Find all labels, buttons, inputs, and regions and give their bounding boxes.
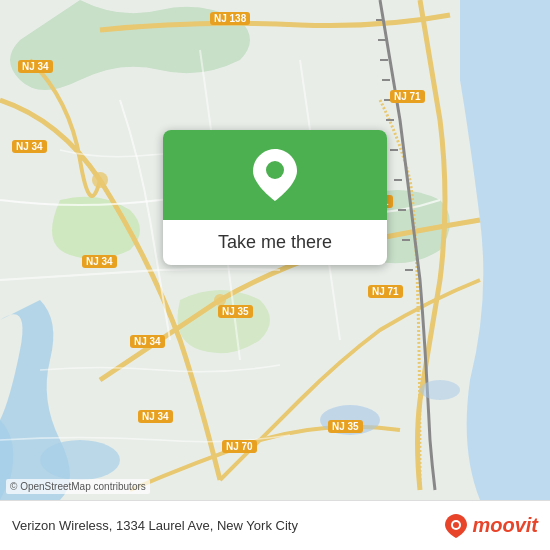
svg-point-16 [40, 440, 120, 480]
road-label-nj34-5: NJ 34 [138, 410, 173, 423]
moovit-pin-icon [444, 514, 468, 538]
road-label-nj138: NJ 138 [210, 12, 250, 25]
osm-attribution: © OpenStreetMap contributors [6, 479, 150, 494]
take-me-there-popup[interactable]: Take me there [163, 130, 387, 265]
location-pin-icon [253, 149, 297, 201]
popup-green-header [163, 130, 387, 220]
road-label-nj34-2: NJ 34 [12, 140, 47, 153]
road-label-nj34-3: NJ 34 [82, 255, 117, 268]
svg-point-17 [266, 161, 284, 179]
road-label-nj70: NJ 70 [222, 440, 257, 453]
road-label-nj35-2: NJ 35 [328, 420, 363, 433]
svg-point-19 [453, 522, 459, 528]
road-label-nj34-1: NJ 34 [18, 60, 53, 73]
road-label-nj71-1: NJ 71 [390, 90, 425, 103]
moovit-logo: moovit [444, 514, 538, 538]
take-me-there-button[interactable]: Take me there [202, 220, 348, 265]
moovit-brand-text: moovit [472, 514, 538, 537]
map-view[interactable]: NJ 34 NJ 34 NJ 34 NJ 34 NJ 34 NJ 138 NJ … [0, 0, 550, 500]
svg-point-15 [420, 380, 460, 400]
road-label-nj71-3: NJ 71 [368, 285, 403, 298]
bottom-bar: Verizon Wireless, 1334 Laurel Ave, New Y… [0, 500, 550, 550]
road-label-nj35-1: NJ 35 [218, 305, 253, 318]
svg-point-12 [92, 172, 108, 188]
road-label-nj34-4: NJ 34 [130, 335, 165, 348]
location-info: Verizon Wireless, 1334 Laurel Ave, New Y… [12, 518, 298, 533]
location-text: Verizon Wireless, 1334 Laurel Ave, New Y… [12, 518, 298, 533]
